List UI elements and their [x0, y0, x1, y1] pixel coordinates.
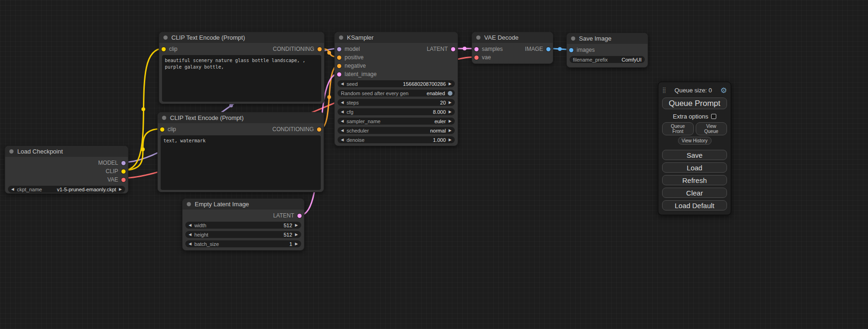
extra-options-checkbox[interactable]	[711, 114, 716, 119]
slot-row: CLIP	[5, 167, 128, 175]
clip-input-port[interactable]	[160, 127, 164, 132]
increment-arrow-icon[interactable]: ▶	[295, 231, 298, 238]
latent-image-input-port[interactable]	[337, 72, 341, 77]
collapse-dot[interactable]	[476, 35, 480, 40]
widget-label: batch_size	[194, 241, 219, 247]
node-clip-text-encode-positive[interactable]: CLIP Text Encode (Prompt) clip CONDITION…	[159, 32, 325, 104]
collapse-dot[interactable]	[163, 35, 168, 40]
load-button[interactable]: Load	[662, 162, 727, 173]
widget-cfg[interactable]: ◀ cfg 8.000 ▶	[338, 108, 455, 115]
prev-arrow-icon[interactable]: ◀	[341, 118, 344, 125]
latent-output-port[interactable]	[451, 47, 455, 51]
decrement-arrow-icon[interactable]: ◀	[341, 80, 344, 87]
widget-width[interactable]: ◀ width 512 ▶	[185, 222, 301, 229]
widget-filename-prefix[interactable]: filename_prefix ComfyUI	[570, 56, 645, 63]
widget-denoise[interactable]: ◀ denoise 1.000 ▶	[338, 136, 455, 143]
next-arrow-icon[interactable]: ▶	[119, 186, 122, 193]
decrement-arrow-icon[interactable]: ◀	[189, 240, 191, 247]
drag-handle-icon[interactable]: ⣿	[662, 87, 666, 93]
load-default-button[interactable]: Load Default	[662, 200, 727, 210]
view-queue-button[interactable]: View Queue	[696, 122, 727, 135]
queue-buttons-row: Queue Front View Queue	[662, 122, 727, 135]
increment-arrow-icon[interactable]: ▶	[449, 136, 452, 143]
queue-prompt-button[interactable]: Queue Prompt	[662, 98, 727, 109]
widget-ckpt-name[interactable]: ◀ ckpt_name v1-5-pruned-emaonly.ckpt ▶	[8, 186, 125, 193]
node-title-bar[interactable]: KSampler	[335, 32, 458, 43]
node-load-checkpoint[interactable]: Load Checkpoint MODEL CLIP VAE ◀ ckpt_na…	[5, 146, 128, 194]
node-ksampler[interactable]: KSampler model LATENT positive negative	[334, 32, 458, 146]
widget-sampler-name[interactable]: ◀ sampler_name euler ▶	[338, 118, 455, 125]
increment-arrow-icon[interactable]: ▶	[449, 108, 452, 115]
increment-arrow-icon[interactable]: ▶	[295, 240, 298, 247]
image-output-port[interactable]	[546, 47, 550, 51]
widget-batch-size[interactable]: ◀ batch_size 1 ▶	[185, 240, 301, 247]
collapse-dot[interactable]	[187, 202, 191, 206]
prev-arrow-icon[interactable]: ◀	[341, 127, 344, 134]
increment-arrow-icon[interactable]: ▶	[295, 222, 298, 229]
slot-label: vae	[482, 54, 491, 61]
increment-arrow-icon[interactable]: ▶	[449, 80, 452, 87]
collapse-dot[interactable]	[339, 35, 343, 40]
node-title-bar[interactable]: Load Checkpoint	[5, 146, 128, 157]
positive-prompt-textarea[interactable]: beautiful scenery nature glass bottle la…	[162, 55, 321, 102]
widget-label: sampler_name	[346, 119, 381, 124]
prev-arrow-icon[interactable]: ◀	[11, 186, 14, 193]
negative-prompt-textarea[interactable]: text, watermark	[161, 135, 321, 190]
collapse-dot[interactable]	[571, 36, 575, 41]
decrement-arrow-icon[interactable]: ◀	[341, 99, 344, 106]
widget-seed[interactable]: ◀ seed 156680208700286 ▶	[338, 80, 455, 87]
widget-control-after-generate[interactable]: Random seed after every gen enabled	[338, 90, 455, 97]
node-title-bar[interactable]: Save Image	[567, 33, 648, 44]
images-input-port[interactable]	[569, 48, 573, 52]
slot-row: VAE	[5, 175, 128, 184]
samples-input-port[interactable]	[474, 47, 479, 51]
node-clip-text-encode-negative[interactable]: CLIP Text Encode (Prompt) clip CONDITION…	[157, 112, 324, 192]
model-input-port[interactable]	[337, 47, 341, 51]
latent-output-port[interactable]	[297, 214, 302, 218]
decrement-arrow-icon[interactable]: ◀	[189, 222, 191, 229]
widget-label: seed	[346, 81, 358, 87]
collapse-dot[interactable]	[162, 116, 166, 120]
slot-row: images	[567, 46, 648, 54]
refresh-button[interactable]: Refresh	[662, 175, 727, 185]
increment-arrow-icon[interactable]: ▶	[449, 99, 452, 106]
settings-gear-icon[interactable]: ⚙	[720, 86, 727, 95]
clip-input-port[interactable]	[162, 47, 166, 51]
clip-output-port[interactable]	[121, 169, 126, 174]
next-arrow-icon[interactable]: ▶	[449, 127, 452, 134]
save-button[interactable]: Save	[662, 150, 727, 160]
vae-input-port[interactable]	[474, 56, 479, 60]
widget-value: 512	[283, 232, 292, 238]
decrement-arrow-icon[interactable]: ◀	[341, 136, 344, 143]
negative-input-port[interactable]	[337, 64, 341, 68]
widget-steps[interactable]: ◀ steps 20 ▶	[338, 99, 455, 106]
node-title-bar[interactable]: Empty Latent Image	[183, 199, 304, 210]
output-slot-model: MODEL	[98, 160, 128, 166]
model-output-port[interactable]	[121, 161, 126, 165]
node-title-bar[interactable]: CLIP Text Encode (Prompt)	[158, 112, 324, 123]
next-arrow-icon[interactable]: ▶	[449, 118, 452, 125]
input-slot-latent-image: latent_image	[335, 71, 377, 77]
decrement-arrow-icon[interactable]: ◀	[341, 108, 344, 115]
menu-header: ⣿ Queue size: 0 ⚙	[662, 85, 727, 95]
node-title-bar[interactable]: CLIP Text Encode (Prompt)	[159, 32, 324, 43]
toggle-dot[interactable]	[448, 91, 452, 96]
clear-button[interactable]: Clear	[662, 188, 727, 198]
node-save-image[interactable]: Save Image images filename_prefix ComfyU…	[566, 33, 648, 68]
conditioning-output-port[interactable]	[318, 47, 322, 51]
node-empty-latent-image[interactable]: Empty Latent Image LATENT ◀ width 512 ▶ …	[182, 198, 304, 251]
vae-output-port[interactable]	[121, 178, 126, 182]
node-title-bar[interactable]: VAE Decode	[472, 32, 553, 43]
decrement-arrow-icon[interactable]: ◀	[189, 231, 191, 238]
slot-label: clip	[168, 126, 176, 133]
widget-scheduler[interactable]: ◀ scheduler normal ▶	[338, 127, 455, 134]
slot-label: LATENT	[273, 212, 294, 219]
node-vae-decode[interactable]: VAE Decode samples IMAGE vae	[472, 32, 553, 64]
widget-height[interactable]: ◀ height 512 ▶	[185, 231, 301, 238]
view-history-button[interactable]: View History	[678, 137, 712, 145]
output-slot-conditioning: CONDITIONING	[272, 126, 324, 133]
conditioning-output-port[interactable]	[317, 127, 321, 132]
queue-front-button[interactable]: Queue Front	[662, 122, 694, 135]
positive-input-port[interactable]	[337, 56, 341, 60]
collapse-dot[interactable]	[9, 149, 14, 154]
